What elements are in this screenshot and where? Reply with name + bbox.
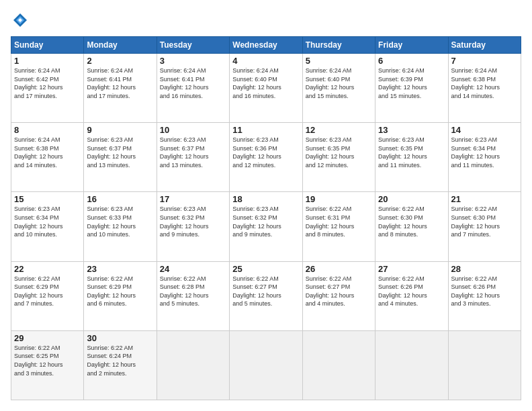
calendar-day-cell: 5Sunrise: 6:24 AMSunset: 6:40 PMDaylight… — [302, 54, 375, 123]
weekday-header: Wednesday — [230, 37, 302, 54]
logo-icon — [11, 11, 30, 30]
calendar-day-cell: 28Sunrise: 6:22 AMSunset: 6:26 PMDayligh… — [448, 261, 521, 330]
day-number: 11 — [232, 125, 299, 135]
day-number: 17 — [160, 194, 226, 204]
calendar-day-cell: 13Sunrise: 6:23 AMSunset: 6:35 PMDayligh… — [375, 123, 448, 192]
day-info: Sunrise: 6:23 AMSunset: 6:32 PMDaylight:… — [232, 205, 299, 238]
day-number: 6 — [378, 56, 445, 66]
calendar-day-cell: 4Sunrise: 6:24 AMSunset: 6:40 PMDaylight… — [230, 54, 302, 123]
day-info: Sunrise: 6:24 AMSunset: 6:38 PMDaylight:… — [14, 136, 81, 169]
day-info: Sunrise: 6:23 AMSunset: 6:35 PMDaylight:… — [306, 136, 372, 169]
day-number: 8 — [14, 125, 81, 135]
calendar-day-cell — [375, 330, 448, 400]
day-info: Sunrise: 6:24 AMSunset: 6:40 PMDaylight:… — [306, 66, 372, 100]
day-info: Sunrise: 6:24 AMSunset: 6:40 PMDaylight:… — [232, 66, 299, 100]
day-number: 25 — [232, 264, 299, 274]
calendar-day-cell: 23Sunrise: 6:22 AMSunset: 6:29 PMDayligh… — [84, 261, 157, 330]
day-number: 20 — [378, 194, 445, 204]
day-info: Sunrise: 6:24 AMSunset: 6:39 PMDaylight:… — [378, 66, 445, 100]
day-number: 2 — [87, 56, 153, 66]
day-number: 10 — [160, 125, 226, 135]
day-info: Sunrise: 6:23 AMSunset: 6:35 PMDaylight:… — [378, 136, 445, 169]
day-info: Sunrise: 6:23 AMSunset: 6:32 PMDaylight:… — [160, 205, 226, 238]
day-info: Sunrise: 6:23 AMSunset: 6:37 PMDaylight:… — [87, 136, 153, 169]
day-info: Sunrise: 6:22 AMSunset: 6:25 PMDaylight:… — [14, 344, 81, 377]
calendar-day-cell: 11Sunrise: 6:23 AMSunset: 6:36 PMDayligh… — [230, 123, 302, 192]
calendar-day-cell: 14Sunrise: 6:23 AMSunset: 6:34 PMDayligh… — [448, 123, 521, 192]
calendar-day-cell: 24Sunrise: 6:22 AMSunset: 6:28 PMDayligh… — [157, 261, 229, 330]
day-info: Sunrise: 6:22 AMSunset: 6:30 PMDaylight:… — [451, 205, 518, 238]
page: SundayMondayTuesdayWednesdayThursdayFrid… — [0, 0, 532, 411]
day-number: 7 — [451, 56, 518, 66]
day-number: 13 — [378, 125, 445, 135]
day-info: Sunrise: 6:22 AMSunset: 6:28 PMDaylight:… — [160, 275, 226, 308]
calendar-day-cell: 10Sunrise: 6:23 AMSunset: 6:37 PMDayligh… — [157, 123, 229, 192]
day-info: Sunrise: 6:24 AMSunset: 6:38 PMDaylight:… — [451, 66, 518, 100]
day-info: Sunrise: 6:22 AMSunset: 6:29 PMDaylight:… — [87, 275, 153, 308]
day-info: Sunrise: 6:22 AMSunset: 6:26 PMDaylight:… — [378, 275, 445, 308]
day-info: Sunrise: 6:22 AMSunset: 6:24 PMDaylight:… — [87, 344, 153, 377]
calendar-day-cell: 20Sunrise: 6:22 AMSunset: 6:30 PMDayligh… — [375, 192, 448, 261]
calendar-day-cell — [157, 330, 229, 400]
calendar-table: SundayMondayTuesdayWednesdayThursdayFrid… — [11, 36, 521, 400]
day-info: Sunrise: 6:23 AMSunset: 6:34 PMDaylight:… — [14, 205, 81, 238]
calendar-week-row: 22Sunrise: 6:22 AMSunset: 6:29 PMDayligh… — [11, 261, 521, 330]
calendar-day-cell: 8Sunrise: 6:24 AMSunset: 6:38 PMDaylight… — [11, 123, 84, 192]
logo — [11, 11, 32, 30]
calendar-day-cell: 18Sunrise: 6:23 AMSunset: 6:32 PMDayligh… — [230, 192, 302, 261]
calendar-day-cell: 3Sunrise: 6:24 AMSunset: 6:41 PMDaylight… — [157, 54, 229, 123]
calendar-day-cell: 16Sunrise: 6:23 AMSunset: 6:33 PMDayligh… — [84, 192, 157, 261]
calendar-day-cell: 22Sunrise: 6:22 AMSunset: 6:29 PMDayligh… — [11, 261, 84, 330]
calendar-week-row: 29Sunrise: 6:22 AMSunset: 6:25 PMDayligh… — [11, 330, 521, 400]
calendar-day-cell: 17Sunrise: 6:23 AMSunset: 6:32 PMDayligh… — [157, 192, 229, 261]
day-number: 22 — [14, 264, 81, 274]
day-info: Sunrise: 6:24 AMSunset: 6:42 PMDaylight:… — [14, 66, 81, 100]
calendar-week-row: 8Sunrise: 6:24 AMSunset: 6:38 PMDaylight… — [11, 123, 521, 192]
weekday-header: Tuesday — [157, 37, 229, 54]
calendar-day-cell: 29Sunrise: 6:22 AMSunset: 6:25 PMDayligh… — [11, 330, 84, 400]
calendar-day-cell: 19Sunrise: 6:22 AMSunset: 6:31 PMDayligh… — [302, 192, 375, 261]
calendar-day-cell: 6Sunrise: 6:24 AMSunset: 6:39 PMDaylight… — [375, 54, 448, 123]
calendar-day-cell: 26Sunrise: 6:22 AMSunset: 6:27 PMDayligh… — [302, 261, 375, 330]
day-number: 26 — [306, 264, 372, 274]
calendar-day-cell: 15Sunrise: 6:23 AMSunset: 6:34 PMDayligh… — [11, 192, 84, 261]
day-info: Sunrise: 6:24 AMSunset: 6:41 PMDaylight:… — [160, 66, 226, 100]
day-number: 28 — [451, 264, 518, 274]
day-info: Sunrise: 6:23 AMSunset: 6:36 PMDaylight:… — [232, 136, 299, 169]
calendar-day-cell: 1Sunrise: 6:24 AMSunset: 6:42 PMDaylight… — [11, 54, 84, 123]
day-info: Sunrise: 6:23 AMSunset: 6:34 PMDaylight:… — [451, 136, 518, 169]
calendar-day-cell: 12Sunrise: 6:23 AMSunset: 6:35 PMDayligh… — [302, 123, 375, 192]
day-number: 9 — [87, 125, 153, 135]
calendar-day-cell: 30Sunrise: 6:22 AMSunset: 6:24 PMDayligh… — [84, 330, 157, 400]
day-info: Sunrise: 6:23 AMSunset: 6:37 PMDaylight:… — [160, 136, 226, 169]
calendar-week-row: 15Sunrise: 6:23 AMSunset: 6:34 PMDayligh… — [11, 192, 521, 261]
day-number: 23 — [87, 264, 153, 274]
weekday-header: Monday — [84, 37, 157, 54]
calendar-day-cell: 9Sunrise: 6:23 AMSunset: 6:37 PMDaylight… — [84, 123, 157, 192]
calendar-day-cell — [302, 330, 375, 400]
day-number: 12 — [306, 125, 372, 135]
day-info: Sunrise: 6:22 AMSunset: 6:26 PMDaylight:… — [451, 275, 518, 308]
calendar-header-row: SundayMondayTuesdayWednesdayThursdayFrid… — [11, 37, 521, 54]
day-number: 4 — [232, 56, 299, 66]
weekday-header: Friday — [375, 37, 448, 54]
day-number: 14 — [451, 125, 518, 135]
day-info: Sunrise: 6:22 AMSunset: 6:27 PMDaylight:… — [232, 275, 299, 308]
header — [11, 11, 521, 30]
day-info: Sunrise: 6:22 AMSunset: 6:31 PMDaylight:… — [306, 205, 372, 238]
day-number: 29 — [14, 333, 81, 343]
day-info: Sunrise: 6:22 AMSunset: 6:30 PMDaylight:… — [378, 205, 445, 238]
day-number: 30 — [87, 333, 153, 343]
calendar-day-cell: 27Sunrise: 6:22 AMSunset: 6:26 PMDayligh… — [375, 261, 448, 330]
day-info: Sunrise: 6:22 AMSunset: 6:27 PMDaylight:… — [306, 275, 372, 308]
weekday-header: Saturday — [448, 37, 521, 54]
weekday-header: Thursday — [302, 37, 375, 54]
calendar-day-cell — [448, 330, 521, 400]
calendar-day-cell: 21Sunrise: 6:22 AMSunset: 6:30 PMDayligh… — [448, 192, 521, 261]
day-number: 15 — [14, 194, 81, 204]
day-number: 1 — [14, 56, 81, 66]
day-number: 27 — [378, 264, 445, 274]
calendar-day-cell: 7Sunrise: 6:24 AMSunset: 6:38 PMDaylight… — [448, 54, 521, 123]
weekday-header: Sunday — [11, 37, 84, 54]
day-number: 24 — [160, 264, 226, 274]
